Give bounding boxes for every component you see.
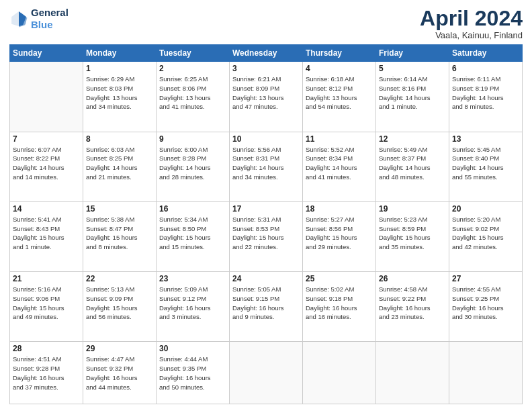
- day-number: 15: [86, 204, 153, 214]
- day-number: 6: [452, 64, 519, 73]
- header: General Blue April 2024 Vaala, Kainuu, F…: [9, 7, 523, 40]
- calendar-cell: 14Sunrise: 5:41 AM Sunset: 8:43 PM Dayli…: [10, 201, 83, 271]
- day-number: 20: [452, 204, 519, 214]
- day-number: 22: [86, 274, 153, 283]
- day-detail: Sunrise: 5:27 AM Sunset: 8:56 PM Dayligh…: [306, 215, 373, 252]
- day-detail: Sunrise: 6:21 AM Sunset: 8:09 PM Dayligh…: [232, 75, 300, 111]
- calendar-header-row: SundayMondayTuesdayWednesdayThursdayFrid…: [10, 45, 523, 62]
- day-detail: Sunrise: 6:29 AM Sunset: 8:03 PM Dayligh…: [86, 75, 153, 111]
- calendar-cell: [303, 342, 376, 404]
- day-detail: Sunrise: 5:20 AM Sunset: 9:02 PM Dayligh…: [452, 215, 519, 252]
- day-detail: Sunrise: 5:45 AM Sunset: 8:40 PM Dayligh…: [452, 145, 519, 182]
- calendar-cell: 8Sunrise: 6:03 AM Sunset: 8:25 PM Daylig…: [83, 132, 157, 201]
- day-detail: Sunrise: 6:00 AM Sunset: 8:28 PM Dayligh…: [159, 145, 226, 182]
- day-number: 29: [86, 344, 153, 353]
- calendar-cell: [376, 342, 449, 404]
- day-detail: Sunrise: 5:38 AM Sunset: 8:47 PM Dayligh…: [86, 215, 153, 252]
- calendar-week-5: 28Sunrise: 4:51 AM Sunset: 9:28 PM Dayli…: [10, 342, 523, 404]
- calendar-cell: 29Sunrise: 4:47 AM Sunset: 9:32 PM Dayli…: [83, 342, 157, 404]
- calendar-cell: 3Sunrise: 6:21 AM Sunset: 8:09 PM Daylig…: [230, 62, 303, 132]
- calendar-cell: 6Sunrise: 6:11 AM Sunset: 8:19 PM Daylig…: [449, 62, 523, 132]
- calendar-cell: 18Sunrise: 5:27 AM Sunset: 8:56 PM Dayli…: [303, 201, 376, 271]
- day-number: 19: [379, 204, 446, 214]
- day-detail: Sunrise: 4:58 AM Sunset: 9:22 PM Dayligh…: [379, 285, 446, 322]
- day-number: 21: [13, 274, 80, 283]
- day-number: 14: [13, 204, 80, 214]
- calendar-week-1: 1Sunrise: 6:29 AM Sunset: 8:03 PM Daylig…: [10, 62, 523, 132]
- calendar-cell: 15Sunrise: 5:38 AM Sunset: 8:47 PM Dayli…: [83, 201, 157, 271]
- day-detail: Sunrise: 5:02 AM Sunset: 9:18 PM Dayligh…: [306, 285, 373, 322]
- day-detail: Sunrise: 6:03 AM Sunset: 8:25 PM Dayligh…: [86, 145, 153, 182]
- calendar-cell: 7Sunrise: 6:07 AM Sunset: 8:22 PM Daylig…: [10, 132, 83, 201]
- calendar-cell: 21Sunrise: 5:16 AM Sunset: 9:06 PM Dayli…: [10, 272, 83, 342]
- day-header-saturday: Saturday: [449, 45, 523, 62]
- day-number: 5: [379, 64, 446, 73]
- day-detail: Sunrise: 5:31 AM Sunset: 8:53 PM Dayligh…: [232, 215, 300, 252]
- calendar-cell: [449, 342, 523, 404]
- day-detail: Sunrise: 5:05 AM Sunset: 9:15 PM Dayligh…: [232, 285, 300, 322]
- day-detail: Sunrise: 5:52 AM Sunset: 8:34 PM Dayligh…: [306, 145, 373, 182]
- day-number: 24: [232, 274, 300, 283]
- calendar-cell: 1Sunrise: 6:29 AM Sunset: 8:03 PM Daylig…: [83, 62, 157, 132]
- day-detail: Sunrise: 4:44 AM Sunset: 9:35 PM Dayligh…: [159, 355, 226, 392]
- day-header-friday: Friday: [376, 45, 449, 62]
- calendar-cell: 23Sunrise: 5:09 AM Sunset: 9:12 PM Dayli…: [157, 272, 230, 342]
- day-number: 25: [306, 274, 373, 283]
- day-number: 8: [86, 134, 153, 144]
- calendar-cell: 2Sunrise: 6:25 AM Sunset: 8:06 PM Daylig…: [157, 62, 230, 132]
- day-detail: Sunrise: 5:09 AM Sunset: 9:12 PM Dayligh…: [159, 285, 226, 322]
- day-header-monday: Monday: [83, 45, 157, 62]
- day-number: 13: [452, 134, 519, 144]
- day-number: 2: [159, 64, 226, 73]
- day-number: 30: [159, 344, 226, 353]
- day-number: 11: [306, 134, 373, 144]
- calendar-cell: [10, 62, 83, 132]
- calendar-table: SundayMondayTuesdayWednesdayThursdayFrid…: [9, 44, 523, 404]
- day-detail: Sunrise: 4:55 AM Sunset: 9:25 PM Dayligh…: [452, 285, 519, 322]
- day-number: 18: [306, 204, 373, 214]
- day-detail: Sunrise: 5:34 AM Sunset: 8:50 PM Dayligh…: [159, 215, 226, 252]
- month-title: April 2024: [420, 7, 523, 30]
- calendar-week-3: 14Sunrise: 5:41 AM Sunset: 8:43 PM Dayli…: [10, 201, 523, 271]
- day-number: 23: [159, 274, 226, 283]
- day-number: 27: [452, 274, 519, 283]
- day-detail: Sunrise: 5:41 AM Sunset: 8:43 PM Dayligh…: [13, 215, 80, 252]
- day-number: 12: [379, 134, 446, 144]
- logo-line1: General: [31, 7, 69, 19]
- calendar-cell: 17Sunrise: 5:31 AM Sunset: 8:53 PM Dayli…: [230, 201, 303, 271]
- logo-text: General Blue: [31, 7, 69, 31]
- page: General Blue April 2024 Vaala, Kainuu, F…: [0, 0, 532, 411]
- calendar-cell: 26Sunrise: 4:58 AM Sunset: 9:22 PM Dayli…: [376, 272, 449, 342]
- day-detail: Sunrise: 5:49 AM Sunset: 8:37 PM Dayligh…: [379, 145, 446, 182]
- calendar-cell: 25Sunrise: 5:02 AM Sunset: 9:18 PM Dayli…: [303, 272, 376, 342]
- calendar-cell: 30Sunrise: 4:44 AM Sunset: 9:35 PM Dayli…: [157, 342, 230, 404]
- logo-icon: [9, 9, 28, 28]
- day-detail: Sunrise: 6:25 AM Sunset: 8:06 PM Dayligh…: [159, 75, 226, 111]
- calendar-cell: 28Sunrise: 4:51 AM Sunset: 9:28 PM Dayli…: [10, 342, 83, 404]
- day-number: 4: [306, 64, 373, 73]
- calendar-week-2: 7Sunrise: 6:07 AM Sunset: 8:22 PM Daylig…: [10, 132, 523, 201]
- calendar-cell: 24Sunrise: 5:05 AM Sunset: 9:15 PM Dayli…: [230, 272, 303, 342]
- calendar-cell: 13Sunrise: 5:45 AM Sunset: 8:40 PM Dayli…: [449, 132, 523, 201]
- day-number: 10: [232, 134, 300, 144]
- day-header-sunday: Sunday: [10, 45, 83, 62]
- calendar-cell: 19Sunrise: 5:23 AM Sunset: 8:59 PM Dayli…: [376, 201, 449, 271]
- header-right: April 2024 Vaala, Kainuu, Finland: [420, 7, 523, 40]
- day-number: 1: [86, 64, 153, 73]
- calendar-cell: [230, 342, 303, 404]
- day-number: 26: [379, 274, 446, 283]
- day-detail: Sunrise: 5:23 AM Sunset: 8:59 PM Dayligh…: [379, 215, 446, 252]
- day-number: 16: [159, 204, 226, 214]
- calendar-cell: 20Sunrise: 5:20 AM Sunset: 9:02 PM Dayli…: [449, 201, 523, 271]
- day-number: 9: [159, 134, 226, 144]
- calendar-cell: 10Sunrise: 5:56 AM Sunset: 8:31 PM Dayli…: [230, 132, 303, 201]
- day-number: 3: [232, 64, 300, 73]
- day-detail: Sunrise: 6:11 AM Sunset: 8:19 PM Dayligh…: [452, 75, 519, 111]
- calendar-cell: 27Sunrise: 4:55 AM Sunset: 9:25 PM Dayli…: [449, 272, 523, 342]
- day-detail: Sunrise: 6:07 AM Sunset: 8:22 PM Dayligh…: [13, 145, 80, 182]
- calendar-cell: 22Sunrise: 5:13 AM Sunset: 9:09 PM Dayli…: [83, 272, 157, 342]
- calendar-cell: 5Sunrise: 6:14 AM Sunset: 8:16 PM Daylig…: [376, 62, 449, 132]
- calendar-cell: 16Sunrise: 5:34 AM Sunset: 8:50 PM Dayli…: [157, 201, 230, 271]
- day-number: 28: [13, 344, 80, 353]
- day-detail: Sunrise: 5:13 AM Sunset: 9:09 PM Dayligh…: [86, 285, 153, 322]
